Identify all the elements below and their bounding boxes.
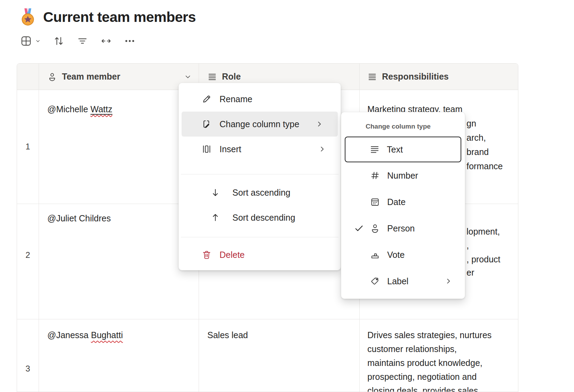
chevron-right-icon — [318, 145, 327, 154]
checkmark-icon — [354, 223, 364, 234]
menu-item-label: Rename — [220, 94, 253, 104]
cell-responsibilities-line[interactable]: Drives sales strategies, nurtures — [367, 328, 492, 342]
arrows-up-down-icon — [53, 35, 65, 47]
column-width-button[interactable] — [100, 35, 112, 47]
submenu-item-label-text: Label — [387, 276, 408, 286]
mention-text: @Michelle — [47, 104, 90, 114]
submenu-item-label: Vote — [387, 250, 405, 260]
chevron-down-icon — [35, 38, 41, 44]
mention-text-flagged: Wattz — [90, 104, 112, 115]
menu-item-label: Change column type — [220, 119, 299, 129]
menu-item-label: Delete — [220, 250, 245, 260]
arrow-up-icon — [210, 212, 221, 223]
filter-button[interactable] — [77, 35, 88, 47]
sports-medal-icon — [19, 8, 36, 26]
submenu-item-label: Text — [387, 145, 403, 155]
ballot-box-icon — [370, 250, 380, 260]
cell-responsibilities-line: closing deals, provides sales — [367, 384, 478, 392]
text-lines-icon — [367, 72, 377, 82]
chevron-right-icon — [444, 277, 453, 286]
menu-item-sort-ascending[interactable]: Sort ascending — [179, 180, 341, 205]
page-title: Current team members — [43, 9, 196, 25]
person-icon — [370, 223, 380, 234]
menu-item-label: Sort descending — [232, 213, 295, 223]
submenu-item-text[interactable]: Text — [345, 137, 461, 162]
submenu-item-date[interactable]: Date — [341, 189, 465, 215]
menu-item-insert[interactable]: Insert — [179, 137, 341, 162]
mention-text: @Janessa — [47, 330, 91, 340]
submenu-item-vote[interactable]: Vote — [341, 242, 465, 268]
submenu-item-label: Person — [387, 223, 415, 234]
column-edit-icon — [201, 119, 212, 129]
chevron-down-icon[interactable] — [184, 73, 192, 81]
person-icon — [47, 72, 57, 82]
change-column-type-submenu: Change column type Text Number — [341, 112, 465, 299]
cell-responsibilities-fragment: brand — [467, 145, 489, 159]
menu-item-delete[interactable]: Delete — [179, 242, 341, 267]
number-sign-icon — [370, 170, 380, 181]
tag-icon — [370, 276, 380, 286]
loop-table-page: Current team members — [0, 0, 574, 392]
arrow-down-icon — [210, 187, 221, 198]
column-divider — [39, 64, 39, 392]
ellipsis-icon — [124, 35, 136, 47]
filter-lines-icon — [77, 35, 88, 47]
column-header-team-member[interactable]: Team member — [47, 64, 197, 90]
menu-item-sort-descending[interactable]: Sort descending — [179, 205, 341, 230]
column-insert-icon — [201, 144, 212, 154]
pencil-icon — [201, 94, 212, 104]
page-header: Current team members — [19, 8, 196, 26]
cell-team-member[interactable]: @Michelle Wattz — [47, 102, 112, 116]
cell-responsibilities-fragment: arch, — [467, 131, 486, 145]
submenu-item-label: Number — [387, 171, 418, 181]
cell-responsibilities-fragment: , — [467, 238, 469, 252]
submenu-item-person[interactable]: Person — [341, 215, 465, 242]
menu-item-label: Insert — [220, 144, 241, 154]
table-grid-icon — [20, 35, 32, 47]
submenu-item-number[interactable]: Number — [341, 162, 465, 189]
cell-responsibilities-fragment: formance — [467, 159, 503, 173]
submenu-header: Change column type — [341, 121, 465, 132]
submenu-item-label[interactable]: Label — [341, 268, 465, 294]
submenu-item-label: Date — [387, 197, 406, 207]
menu-item-label: Sort ascending — [232, 188, 290, 198]
row-handle-3[interactable]: 3 — [21, 362, 35, 376]
arrows-left-right-icon — [100, 35, 112, 47]
cell-responsibilities-fragment: lopment, — [467, 224, 500, 238]
mention-text-flagged: Bughatti — [91, 330, 123, 340]
column-header-label: Responsibilities — [382, 72, 449, 82]
menu-divider — [181, 237, 338, 237]
cell-role[interactable]: Sales lead — [207, 328, 248, 342]
sort-button[interactable] — [53, 35, 65, 47]
text-lines-icon — [207, 72, 217, 82]
row-divider — [17, 319, 518, 319]
cell-responsibilities-fragment: gn — [467, 116, 476, 130]
column-header-label: Team member — [62, 72, 120, 82]
chevron-right-icon — [315, 120, 324, 129]
menu-divider — [181, 174, 338, 174]
cell-responsibilities-line: customer relationships, — [367, 342, 457, 356]
cell-responsibilities-line: prospecting, negotiation and — [367, 370, 477, 384]
cell-responsibilities-fragment: , product — [467, 252, 500, 266]
trash-icon — [201, 250, 212, 260]
menu-item-change-column-type[interactable]: Change column type — [182, 112, 338, 137]
row-handle-1[interactable]: 1 — [21, 140, 35, 154]
column-context-menu: Rename Change column type In — [178, 83, 341, 270]
cell-responsibilities-fragment: er — [467, 266, 474, 279]
cell-team-member[interactable]: @Juliet Childres — [47, 211, 111, 225]
menu-item-rename[interactable]: Rename — [179, 87, 341, 112]
calendar-icon — [370, 197, 380, 207]
row-handle-2[interactable]: 2 — [21, 248, 35, 262]
more-options-button[interactable] — [124, 35, 136, 47]
cell-responsibilities-line: maintains product knowledge, — [367, 356, 483, 370]
table-view-button[interactable] — [20, 35, 41, 47]
column-header-responsibilities[interactable]: Responsibilities — [367, 64, 513, 90]
column-header-label: Role — [222, 72, 241, 82]
cell-team-member[interactable]: @Janessa Bughatti — [47, 328, 123, 342]
text-lines-icon — [369, 144, 380, 155]
table-toolbar — [20, 33, 136, 49]
